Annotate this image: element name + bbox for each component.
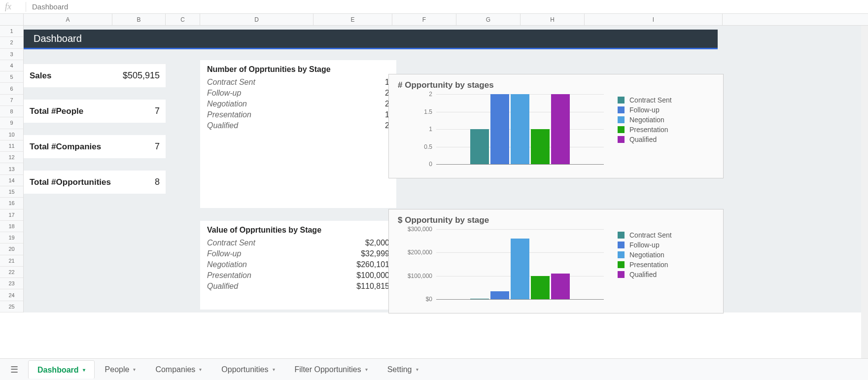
data-row: Follow-up$32,999 [207, 248, 389, 259]
kpi-value: 7 [155, 141, 160, 152]
row-header-14[interactable]: 14 [0, 175, 23, 186]
row-header-24[interactable]: 24 [0, 289, 23, 301]
row-header-6[interactable]: 6 [0, 83, 23, 94]
legend-item: Qualified [618, 271, 702, 278]
data-row: Qualified2 [207, 120, 389, 131]
row-header-15[interactable]: 15 [0, 186, 23, 198]
row-header-10[interactable]: 10 [0, 129, 23, 140]
row-key: Presentation [207, 110, 251, 119]
legend-label: Negotiation [629, 116, 664, 124]
value-opportunities-box: Value of Opprtunities by Stage Contract … [200, 221, 396, 310]
sheet-tab-companies[interactable]: Companies ▾ [146, 361, 210, 379]
row-key: Contract Sent [207, 239, 255, 247]
legend-item: Follow-up [618, 241, 702, 249]
chevron-down-icon: ▾ [365, 367, 368, 372]
column-header-C[interactable]: C [166, 14, 200, 25]
row-header-11[interactable]: 11 [0, 140, 23, 152]
row-header-21[interactable]: 21 [0, 255, 23, 267]
bar-contract-sent[interactable] [470, 299, 489, 299]
legend-swatch [618, 242, 625, 248]
legend-swatch [618, 136, 625, 143]
legend-item: Negotiation [618, 251, 702, 259]
row-header-3[interactable]: 3 [0, 49, 23, 60]
row-header-19[interactable]: 19 [0, 232, 23, 243]
row-key: Follow-up [207, 89, 241, 98]
column-header-B[interactable]: B [112, 14, 166, 25]
column-header-A[interactable]: A [24, 14, 112, 25]
bar-negotiation[interactable] [511, 239, 529, 299]
chart1-title: # Opportunity by stages [398, 80, 715, 90]
column-header-F[interactable]: F [392, 14, 456, 25]
sheet-tab-people[interactable]: People ▾ [96, 361, 145, 379]
row-header-22[interactable]: 22 [0, 267, 23, 278]
kpi-label: Total #Companies [30, 142, 101, 152]
chart2-plot: $0$100,000$200,000$300,000 [397, 229, 604, 308]
row-header-7[interactable]: 7 [0, 95, 23, 106]
legend-item: Presentation [618, 261, 702, 269]
bar-presentation[interactable] [531, 276, 550, 299]
column-header-G[interactable]: G [456, 14, 521, 25]
kpi-value: $505,915 [123, 70, 160, 81]
data-row: Presentation$100,000 [207, 270, 389, 281]
row-header-1[interactable]: 1 [0, 26, 23, 37]
tab-label: People [105, 365, 130, 374]
row-header-4[interactable]: 4 [0, 60, 23, 71]
y-tick-label: $300,000 [408, 226, 432, 233]
legend-swatch [618, 251, 625, 258]
legend-label: Qualified [629, 271, 657, 278]
bar-negotiation[interactable] [511, 94, 529, 164]
row-header-17[interactable]: 17 [0, 209, 23, 221]
chart-count-by-stage[interactable]: # Opportunity by stages 00.511.52 Contra… [388, 74, 724, 178]
legend-item: Qualified [618, 136, 702, 143]
select-all-corner[interactable] [0, 14, 24, 25]
y-tick-label: 0.5 [424, 143, 432, 150]
bar-follow-up[interactable] [490, 291, 509, 299]
legend-swatch [618, 232, 625, 239]
chart-dollar-by-stage[interactable]: $ Opportunity by stage $0$100,000$200,00… [388, 209, 724, 313]
bar-follow-up[interactable] [490, 94, 509, 164]
row-header-13[interactable]: 13 [0, 163, 23, 174]
formula-bar-content[interactable]: Dashboard [32, 2, 68, 11]
y-tick-label: $200,000 [408, 249, 432, 256]
legend-item: Follow-up [618, 106, 702, 114]
sheet-tab-filter-opportunities[interactable]: Filter Opportunities ▾ [286, 361, 377, 379]
row-header-9[interactable]: 9 [0, 117, 23, 129]
kpi-value: 7 [155, 106, 160, 116]
num-opp-title: Number of Opprtunities by Stage [207, 65, 389, 74]
row-header-2[interactable]: 2 [0, 37, 23, 48]
bar-contract-sent[interactable] [470, 129, 489, 164]
column-header-E[interactable]: E [313, 14, 392, 25]
row-header-25[interactable]: 25 [0, 301, 23, 312]
gridline [436, 164, 604, 165]
row-key: Qualified [207, 121, 238, 130]
kpi-sales: Sales$505,915 [24, 64, 166, 87]
column-header-H[interactable]: H [521, 14, 585, 25]
all-sheets-menu-icon[interactable]: ☰ [6, 361, 23, 378]
row-header-23[interactable]: 23 [0, 278, 23, 289]
bar-qualified[interactable] [551, 94, 570, 164]
row-value: $32,999 [361, 249, 389, 258]
sheet-tab-dashboard[interactable]: Dashboard ▾ [29, 361, 94, 379]
row-key: Presentation [207, 271, 251, 280]
row-header-20[interactable]: 20 [0, 243, 23, 255]
chevron-down-icon: ▾ [273, 367, 275, 372]
legend-item: Negotiation [618, 116, 702, 124]
column-header-I[interactable]: I [585, 14, 723, 25]
sheet-canvas[interactable]: Dashboard Sales$505,915Total #People7Tot… [24, 26, 868, 312]
row-header-5[interactable]: 5 [0, 71, 23, 83]
bar-presentation[interactable] [531, 129, 550, 164]
row-header-12[interactable]: 12 [0, 152, 23, 163]
bar-qualified[interactable] [551, 274, 570, 299]
row-header-16[interactable]: 16 [0, 198, 23, 209]
legend-swatch [618, 97, 625, 104]
chart2-title: $ Opportunity by stage [398, 215, 715, 225]
row-header-18[interactable]: 18 [0, 221, 23, 232]
sheet-tab-opportunities[interactable]: Opportunities ▾ [212, 361, 283, 379]
legend-label: Contract Sent [629, 96, 672, 104]
vertical-scrollbar[interactable] [861, 26, 868, 358]
column-header-D[interactable]: D [200, 14, 313, 25]
row-header-8[interactable]: 8 [0, 106, 23, 117]
legend-item: Presentation [618, 126, 702, 134]
sheet-tab-setting[interactable]: Setting ▾ [379, 361, 427, 379]
legend-item: Contract Sent [618, 231, 702, 239]
